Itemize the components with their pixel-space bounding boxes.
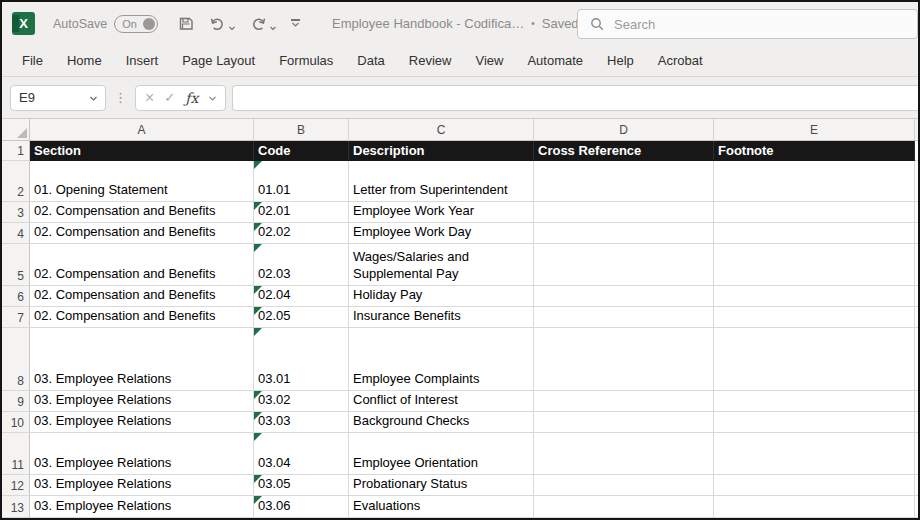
cell-B8[interactable]: 03.01 bbox=[254, 328, 349, 391]
cell-B1[interactable]: Code bbox=[254, 141, 349, 161]
undo-control[interactable] bbox=[209, 16, 236, 32]
cell-B7[interactable]: 02.05 bbox=[254, 307, 349, 328]
cell-B6[interactable]: 02.04 bbox=[254, 286, 349, 307]
cell-C6[interactable]: Holiday Pay bbox=[349, 286, 534, 307]
row-header-5[interactable]: 5 bbox=[2, 244, 30, 286]
autosave-toggle[interactable]: On bbox=[114, 15, 158, 33]
column-header-E[interactable]: E bbox=[714, 119, 915, 141]
cell-B11[interactable]: 03.04 bbox=[254, 433, 349, 475]
cell-D3[interactable] bbox=[534, 202, 714, 223]
cell-C12[interactable]: Probationary Status bbox=[349, 475, 534, 496]
tab-home[interactable]: Home bbox=[55, 45, 114, 76]
cell-D10[interactable] bbox=[534, 412, 714, 433]
cell-A2[interactable]: 01. Opening Statement bbox=[30, 161, 254, 202]
search-box[interactable]: Search bbox=[577, 9, 918, 39]
customize-toolbar-icon[interactable] bbox=[291, 19, 300, 28]
enter-button[interactable]: ✓ bbox=[164, 90, 175, 105]
row-header-2[interactable]: 2 bbox=[2, 161, 30, 202]
column-header-A[interactable]: A bbox=[30, 119, 254, 141]
row-header-12[interactable]: 12 bbox=[2, 475, 30, 496]
cell-B10[interactable]: 03.03 bbox=[254, 412, 349, 433]
cell-E7[interactable] bbox=[714, 307, 915, 328]
tab-review[interactable]: Review bbox=[397, 45, 464, 76]
row-header-1[interactable]: 1 bbox=[2, 141, 30, 161]
cell-C2[interactable]: Letter from Superintendent bbox=[349, 161, 534, 202]
cell-E5[interactable] bbox=[714, 244, 915, 286]
tab-insert[interactable]: Insert bbox=[114, 45, 171, 76]
column-header-D[interactable]: D bbox=[534, 119, 714, 141]
cell-C8[interactable]: Employee Complaints bbox=[349, 328, 534, 391]
row-header-10[interactable]: 10 bbox=[2, 412, 30, 433]
cell-E8[interactable] bbox=[714, 328, 915, 391]
cell-A11[interactable]: 03. Employee Relations bbox=[30, 433, 254, 475]
row-header-4[interactable]: 4 bbox=[2, 223, 30, 244]
cell-E2[interactable] bbox=[714, 161, 915, 202]
name-box[interactable]: E9 bbox=[10, 85, 106, 111]
tab-automate[interactable]: Automate bbox=[515, 45, 595, 76]
cell-B4[interactable]: 02.02 bbox=[254, 223, 349, 244]
cell-E3[interactable] bbox=[714, 202, 915, 223]
select-all-button[interactable] bbox=[2, 119, 30, 141]
cell-C1[interactable]: Description bbox=[349, 141, 534, 161]
cell-B13[interactable]: 03.06 bbox=[254, 496, 349, 518]
cell-E12[interactable] bbox=[714, 475, 915, 496]
cell-E6[interactable] bbox=[714, 286, 915, 307]
tab-formulas[interactable]: Formulas bbox=[267, 45, 345, 76]
row-header-8[interactable]: 8 bbox=[2, 328, 30, 391]
cancel-button[interactable]: × bbox=[145, 90, 154, 106]
cell-E9[interactable] bbox=[714, 391, 915, 412]
cell-C5[interactable]: Wages/Salaries and Supplemental Pay bbox=[349, 244, 534, 286]
redo-control[interactable] bbox=[250, 16, 277, 32]
cell-B2[interactable]: 01.01 bbox=[254, 161, 349, 202]
cell-D2[interactable] bbox=[534, 161, 714, 202]
document-title-area[interactable]: Employee Handbook - Codifica… • Saved bbox=[332, 2, 594, 45]
row-header-6[interactable]: 6 bbox=[2, 286, 30, 307]
row-header-3[interactable]: 3 bbox=[2, 202, 30, 223]
save-icon[interactable] bbox=[178, 15, 195, 32]
cell-B12[interactable]: 03.05 bbox=[254, 475, 349, 496]
cell-C7[interactable]: Insurance Benefits bbox=[349, 307, 534, 328]
row-header-11[interactable]: 11 bbox=[2, 433, 30, 475]
formula-input[interactable] bbox=[232, 85, 918, 111]
cell-C9[interactable]: Conflict of Interest bbox=[349, 391, 534, 412]
cell-A12[interactable]: 03. Employee Relations bbox=[30, 475, 254, 496]
row-header-9[interactable]: 9 bbox=[2, 391, 30, 412]
cell-D13[interactable] bbox=[534, 496, 714, 518]
cell-A1[interactable]: Section bbox=[30, 141, 254, 161]
cell-E10[interactable] bbox=[714, 412, 915, 433]
cell-C10[interactable]: Background Checks bbox=[349, 412, 534, 433]
cell-A9[interactable]: 03. Employee Relations bbox=[30, 391, 254, 412]
cell-D11[interactable] bbox=[534, 433, 714, 475]
row-header-7[interactable]: 7 bbox=[2, 307, 30, 328]
cell-C13[interactable]: Evaluations bbox=[349, 496, 534, 518]
cell-A8[interactable]: 03. Employee Relations bbox=[30, 328, 254, 391]
cell-D9[interactable] bbox=[534, 391, 714, 412]
cell-E4[interactable] bbox=[714, 223, 915, 244]
cell-C11[interactable]: Employee Orientation bbox=[349, 433, 534, 475]
column-header-B[interactable]: B bbox=[254, 119, 349, 141]
cell-D7[interactable] bbox=[534, 307, 714, 328]
cell-D5[interactable] bbox=[534, 244, 714, 286]
column-header-C[interactable]: C bbox=[349, 119, 534, 141]
cell-A3[interactable]: 02. Compensation and Benefits bbox=[30, 202, 254, 223]
insert-function-button[interactable]: ƒx bbox=[185, 90, 198, 106]
cell-A10[interactable]: 03. Employee Relations bbox=[30, 412, 254, 433]
cell-B3[interactable]: 02.01 bbox=[254, 202, 349, 223]
cell-C3[interactable]: Employee Work Year bbox=[349, 202, 534, 223]
cell-D4[interactable] bbox=[534, 223, 714, 244]
tab-page-layout[interactable]: Page Layout bbox=[170, 45, 267, 76]
cell-D1[interactable]: Cross Reference bbox=[534, 141, 714, 161]
cell-A5[interactable]: 02. Compensation and Benefits bbox=[30, 244, 254, 286]
cell-E11[interactable] bbox=[714, 433, 915, 475]
tab-acrobat[interactable]: Acrobat bbox=[646, 45, 715, 76]
cell-C4[interactable]: Employee Work Day bbox=[349, 223, 534, 244]
cell-A4[interactable]: 02. Compensation and Benefits bbox=[30, 223, 254, 244]
cell-D8[interactable] bbox=[534, 328, 714, 391]
tab-file[interactable]: File bbox=[10, 45, 55, 76]
cell-E13[interactable] bbox=[714, 496, 915, 518]
cell-A7[interactable]: 02. Compensation and Benefits bbox=[30, 307, 254, 328]
cell-A13[interactable]: 03. Employee Relations bbox=[30, 496, 254, 518]
tab-data[interactable]: Data bbox=[345, 45, 396, 76]
cell-A6[interactable]: 02. Compensation and Benefits bbox=[30, 286, 254, 307]
row-header-13[interactable]: 13 bbox=[2, 496, 30, 518]
